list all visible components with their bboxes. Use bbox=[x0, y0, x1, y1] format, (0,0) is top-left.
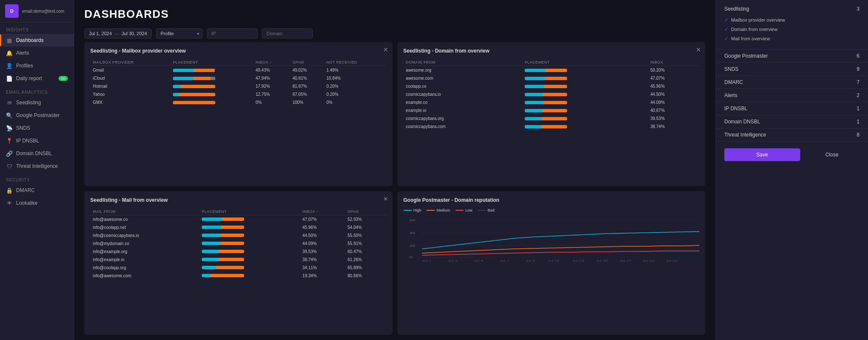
panel-row-ip-dnsbl[interactable]: IP DNSBL 1 bbox=[716, 102, 868, 115]
close-button[interactable]: Close bbox=[804, 148, 860, 161]
sidebar-item-dmarc[interactable]: 🔒 DMARC bbox=[0, 184, 74, 197]
user-info: D email:demo@test.com bbox=[0, 0, 74, 22]
domain-filter[interactable] bbox=[262, 28, 313, 39]
table-row: Hotmail 17.92% 81.87% 0.20% bbox=[90, 82, 387, 90]
panel-count: 7 bbox=[857, 79, 860, 85]
cell-spam: 87.05% bbox=[290, 90, 324, 98]
cell-placement bbox=[199, 264, 300, 272]
checkbox-mail-from[interactable]: ✓ Mail from overview bbox=[724, 34, 860, 43]
cell-label: info@example.org bbox=[90, 248, 199, 256]
panel-label: Threat Intelligence bbox=[724, 132, 766, 138]
cell-placement bbox=[522, 98, 648, 106]
chart-legend: High Medium Low Bad bbox=[403, 208, 700, 212]
sidebar-item-label: Dashboards bbox=[16, 37, 44, 43]
sidebar-item-ip-dnsbl[interactable]: 📍 IP DNSBL bbox=[0, 134, 74, 147]
table-row: info@awesome.co 47.07% 52.93% bbox=[90, 215, 387, 223]
col-not-received: NOT RECEIVED bbox=[324, 59, 386, 66]
cell-notreceived: 0.20% bbox=[324, 90, 386, 98]
cell-label: awesome.com bbox=[403, 74, 522, 82]
cell-label: awesome.org bbox=[403, 66, 522, 75]
svg-text:Jul 7: Jul 7 bbox=[500, 259, 509, 262]
table-row: info@example.org 39.53% 60.47% bbox=[90, 248, 387, 256]
cell-inbox: 39.53% bbox=[300, 248, 345, 256]
cell-inbox: 0% bbox=[253, 98, 290, 106]
check-icon: ✓ bbox=[724, 26, 729, 32]
sidebar-item-seedlisting[interactable]: ✉ Seedlisting bbox=[0, 96, 74, 109]
panel-count: 6 bbox=[857, 53, 860, 59]
cell-spam: 65.89% bbox=[345, 264, 386, 272]
date-range[interactable]: Jul 1, 2024 — Jul 30, 2024 bbox=[84, 28, 152, 39]
card-close-button[interactable]: ✕ bbox=[383, 195, 388, 202]
cell-label: Hotmail bbox=[90, 82, 170, 90]
cell-placement bbox=[522, 90, 648, 98]
cell-inbox: 47.94% bbox=[253, 74, 290, 82]
svg-text:Jul 17: Jul 17 bbox=[619, 259, 631, 262]
svg-text:60: 60 bbox=[409, 218, 415, 222]
col-placement: PLACEMENT bbox=[199, 208, 300, 215]
panel-row-threat-intelligence[interactable]: Threat Intelligence 8 bbox=[716, 128, 868, 142]
cell-spam: 54.04% bbox=[345, 223, 386, 231]
sidebar-item-alerts[interactable]: 🔔 Alerts bbox=[0, 47, 74, 59]
cell-label: info@awesome.co bbox=[90, 215, 199, 223]
check-icon: ✓ bbox=[724, 17, 729, 23]
threat-intel-icon: 🛡 bbox=[6, 163, 13, 170]
sidebar-item-label: Daily report bbox=[16, 75, 42, 81]
cell-label: info@coolapp.net bbox=[90, 223, 199, 231]
card-google-postmaster: Google Postmaster - Domain reputation Hi… bbox=[398, 191, 706, 335]
profile-filter[interactable]: Profile bbox=[156, 28, 203, 39]
seedlisting-icon: ✉ bbox=[6, 99, 13, 106]
sidebar-item-profiles[interactable]: 👤 Profiles bbox=[0, 59, 74, 72]
card-close-button[interactable]: ✕ bbox=[383, 46, 388, 53]
right-panel: Seedlisting 3 ✓ Mailbox provider overvie… bbox=[715, 0, 868, 340]
card-close-button[interactable]: ✕ bbox=[696, 46, 701, 53]
panel-row-alerts[interactable]: Alerts 2 bbox=[716, 89, 868, 102]
ip-dnsbl-icon: 📍 bbox=[6, 137, 13, 144]
checkbox-label: Mail from overview bbox=[731, 36, 770, 41]
ip-filter[interactable] bbox=[207, 28, 258, 39]
sidebar-item-domain-dnsbl[interactable]: 🔗 Domain DNSBL bbox=[0, 147, 74, 160]
panel-actions: Save Close bbox=[716, 142, 868, 168]
save-button[interactable]: Save bbox=[724, 148, 800, 161]
google-postmaster-icon: 🔍 bbox=[6, 112, 13, 119]
panel-row-google-postmaster[interactable]: Google Postmaster 6 bbox=[716, 50, 868, 63]
sidebar-item-daily-report[interactable]: 📄 Daily report On bbox=[0, 72, 74, 85]
cell-spam: 52.93% bbox=[345, 215, 386, 223]
cell-label: info@awesome.com bbox=[90, 272, 199, 280]
cell-inbox: 39.53% bbox=[648, 114, 699, 123]
main-content: DASHBOARDS Jul 1, 2024 — Jul 30, 2024 Pr… bbox=[74, 0, 715, 340]
dashboards-icon: ▦ bbox=[6, 37, 13, 44]
panel-label: Google Postmaster bbox=[724, 53, 768, 59]
col-domain-from: DOMAIN FROM bbox=[403, 59, 522, 66]
toolbar: Jul 1, 2024 — Jul 30, 2024 Profile bbox=[74, 25, 715, 42]
sidebar-item-lookalike[interactable]: 👁 Lookalike bbox=[0, 197, 74, 209]
card-seedlisting-mail: Seedlisting - Mail from overview ✕ MAIL … bbox=[84, 191, 392, 335]
table-row: example.io 40.67% bbox=[403, 106, 700, 114]
panel-count-seedlisting: 3 bbox=[857, 6, 860, 12]
svg-text:Jul 13: Jul 13 bbox=[572, 259, 584, 262]
cell-label: coolapp.co bbox=[403, 82, 522, 90]
sidebar-item-threat-intelligence[interactable]: 🛡 Threat Intelligence bbox=[0, 160, 74, 173]
date-end: Jul 30, 2024 bbox=[122, 31, 147, 36]
panel-row-snds[interactable]: SNDS 9 bbox=[716, 63, 868, 76]
panel-row-domain-dnsbl[interactable]: Domain DNSBL 1 bbox=[716, 115, 868, 128]
sidebar-item-dashboards[interactable]: ▦ Dashboards bbox=[0, 34, 74, 47]
domain-dnsbl-icon: 🔗 bbox=[6, 150, 13, 157]
sidebar-item-snds[interactable]: 📡 SNDS bbox=[0, 122, 74, 134]
checkbox-domain-from[interactable]: ✓ Domain from overview bbox=[724, 25, 860, 34]
cell-inbox: 44.09% bbox=[300, 240, 345, 248]
checkbox-mailbox-provider[interactable]: ✓ Mailbox provider overview bbox=[724, 15, 860, 25]
card-title: Google Postmaster - Domain reputation bbox=[403, 197, 700, 203]
cell-label: example.io bbox=[403, 106, 522, 114]
daily-report-icon: 📄 bbox=[6, 75, 13, 82]
date-separator: — bbox=[114, 31, 119, 36]
col-spam: SPAM bbox=[345, 208, 386, 215]
dmarc-icon: 🔒 bbox=[6, 187, 13, 194]
cell-placement bbox=[170, 98, 253, 106]
svg-text:Jul 3: Jul 3 bbox=[448, 259, 457, 262]
panel-row-dmarc[interactable]: DMARC 7 bbox=[716, 76, 868, 89]
sidebar-item-google-postmaster[interactable]: 🔍 Google Postmaster bbox=[0, 109, 74, 122]
cell-inbox: 17.92% bbox=[253, 82, 290, 90]
cell-placement bbox=[199, 240, 300, 248]
table-row: info@coolapp.org 34.11% 65.89% bbox=[90, 264, 387, 272]
table-row: info@cosmiccapybara.io 44.50% 55.50% bbox=[90, 231, 387, 240]
